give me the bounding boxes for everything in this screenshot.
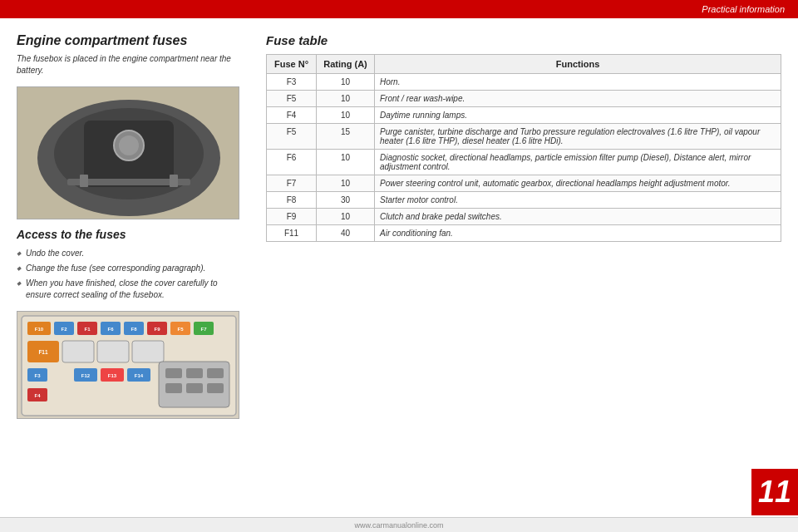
svg-text:F10: F10 <box>35 327 44 332</box>
bottom-bar: www.carmanualonline.com <box>0 517 798 532</box>
svg-text:F14: F14 <box>135 373 144 378</box>
fuse-rating-cell: 10 <box>317 175 375 192</box>
bullet-list: Undo the cover. Change the fuse (see cor… <box>17 248 244 301</box>
engine-image-inner <box>17 87 239 219</box>
table-row: F710Power steering control unit, automat… <box>267 175 781 192</box>
fuse-functions-cell: Power steering control unit, automatic g… <box>375 175 781 192</box>
fuse-functions-cell: Clutch and brake pedal switches. <box>375 209 781 225</box>
fuse-rating-cell: 10 <box>317 209 375 225</box>
svg-rect-7 <box>80 175 88 187</box>
fuse-diagram-svg: F10 F2 F1 F6 F8 F9 F5 F7 F11 <box>17 312 239 419</box>
table-row: F515Purge canister, turbine discharge an… <box>267 124 781 150</box>
table-row: F830Starter motor control. <box>267 192 781 209</box>
fuse-rating-cell: 10 <box>317 107 375 124</box>
fuse-number-cell: F7 <box>267 175 317 192</box>
access-title: Access to the fuses <box>17 228 244 241</box>
svg-rect-43 <box>165 368 182 378</box>
fuse-number-cell: F3 <box>267 74 317 91</box>
svg-rect-47 <box>186 383 203 393</box>
engine-section-title: Engine compartment fuses <box>17 33 244 48</box>
fuse-number-cell: F9 <box>267 209 317 225</box>
engine-svg <box>17 87 239 219</box>
fuse-functions-cell: Diagnostic socket, directional headlamps… <box>375 150 781 175</box>
svg-rect-48 <box>207 383 224 393</box>
table-row: F610Diagnostic socket, directional headl… <box>267 150 781 175</box>
fuse-rating-cell: 10 <box>317 91 375 107</box>
fuse-number-cell: F5 <box>267 124 317 150</box>
page-badge: 11 <box>751 469 798 515</box>
svg-text:F13: F13 <box>108 373 117 378</box>
table-row: F410Daytime running lamps. <box>267 107 781 124</box>
bullet-item-3: When you have finished, close the cover … <box>17 278 244 301</box>
table-row: F1140Air conditioning fan. <box>267 225 781 242</box>
svg-text:F5: F5 <box>177 327 184 332</box>
bullet-item-1: Undo the cover. <box>17 248 244 259</box>
fuse-table-title: Fuse table <box>266 33 781 47</box>
left-column: Engine compartment fuses The fusebox is … <box>0 18 258 532</box>
svg-rect-8 <box>170 175 178 187</box>
svg-text:F9: F9 <box>154 327 160 332</box>
right-column: Fuse table Fuse N° Rating (A) Functions … <box>258 18 798 532</box>
svg-text:F11: F11 <box>38 349 48 355</box>
table-header-rating: Rating (A) <box>317 55 375 74</box>
table-row: F310Horn. <box>267 74 781 91</box>
fuse-rating-cell: 10 <box>317 150 375 175</box>
fuse-number-cell: F5 <box>267 91 317 107</box>
svg-text:F1: F1 <box>84 327 91 332</box>
svg-text:F4: F4 <box>34 393 41 398</box>
fuse-functions-cell: Air conditioning fan. <box>375 225 781 242</box>
svg-rect-44 <box>186 368 203 378</box>
svg-rect-46 <box>165 383 182 393</box>
header-bar: Practical information <box>0 0 798 18</box>
fuse-rating-cell: 15 <box>317 124 375 150</box>
fuse-functions-cell: Starter motor control. <box>375 192 781 209</box>
table-row: F510Front / rear wash-wipe. <box>267 91 781 107</box>
engine-section-desc: The fusebox is placed in the engine comp… <box>17 53 244 76</box>
table-header-functions: Functions <box>375 55 781 74</box>
svg-rect-30 <box>97 341 129 362</box>
svg-point-5 <box>119 135 139 155</box>
fuse-number-cell: F8 <box>267 192 317 209</box>
fuse-functions-cell: Horn. <box>375 74 781 91</box>
svg-rect-31 <box>132 341 164 362</box>
bullet-item-2: Change the fuse (see corresponding parag… <box>17 263 244 274</box>
main-content: Engine compartment fuses The fusebox is … <box>0 18 798 532</box>
svg-text:F3: F3 <box>34 373 41 378</box>
table-row: F910Clutch and brake pedal switches. <box>267 209 781 225</box>
svg-rect-29 <box>62 341 94 362</box>
svg-text:F6: F6 <box>107 327 114 332</box>
fuse-rating-cell: 40 <box>317 225 375 242</box>
page-number: 11 <box>758 475 791 510</box>
bottom-bar-text: www.carmanualonline.com <box>354 521 443 530</box>
header-title: Practical information <box>702 4 785 14</box>
fuse-rating-cell: 10 <box>317 74 375 91</box>
fuse-rating-cell: 30 <box>317 192 375 209</box>
fuse-number-cell: F4 <box>267 107 317 124</box>
svg-text:F2: F2 <box>61 327 67 332</box>
engine-image <box>17 86 239 219</box>
fuse-number-cell: F11 <box>267 225 317 242</box>
fuse-diagram: F10 F2 F1 F6 F8 F9 F5 F7 F11 <box>17 311 239 419</box>
fuse-functions-cell: Daytime running lamps. <box>375 107 781 124</box>
fuse-table: Fuse N° Rating (A) Functions F310Horn.F5… <box>266 54 781 242</box>
svg-text:F12: F12 <box>81 373 91 378</box>
fuse-functions-cell: Front / rear wash-wipe. <box>375 91 781 107</box>
svg-rect-45 <box>207 368 224 378</box>
fuse-number-cell: F6 <box>267 150 317 175</box>
table-header-fuse-no: Fuse N° <box>267 55 317 74</box>
svg-text:F8: F8 <box>131 327 137 332</box>
fuse-functions-cell: Purge canister, turbine discharge and Tu… <box>375 124 781 150</box>
svg-text:F7: F7 <box>200 327 207 332</box>
